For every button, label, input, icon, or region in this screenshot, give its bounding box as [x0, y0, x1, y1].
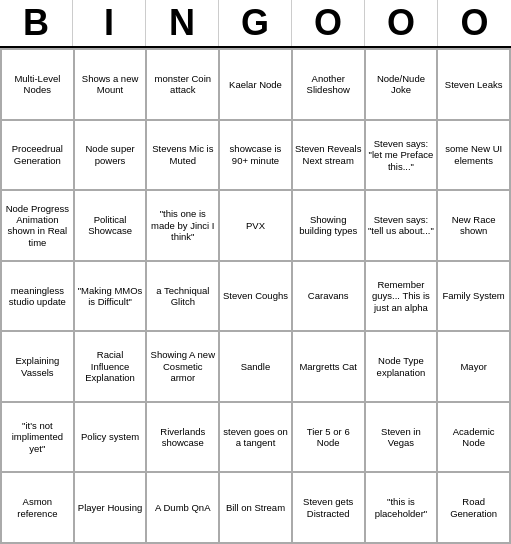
bingo-cell: Showing A new Cosmetic armor — [146, 331, 219, 402]
header-letter: N — [146, 0, 219, 46]
bingo-cell: Another Slideshow — [292, 49, 365, 120]
bingo-cell: Road Generation — [437, 472, 510, 543]
bingo-cell: Node Progress Animation shown in Real ti… — [1, 190, 74, 261]
bingo-cell: Political Showcase — [74, 190, 147, 261]
bingo-cell: Showing building types — [292, 190, 365, 261]
bingo-cell: Multi-Level Nodes — [1, 49, 74, 120]
bingo-cell: showcase is 90+ minute — [219, 120, 292, 191]
bingo-cell: Remember guys... This is just an alpha — [365, 261, 438, 332]
bingo-cell: monster Coin attack — [146, 49, 219, 120]
bingo-cell: Node Type explanation — [365, 331, 438, 402]
bingo-cell: Family System — [437, 261, 510, 332]
bingo-cell: Caravans — [292, 261, 365, 332]
bingo-cell: "this is placeholder" — [365, 472, 438, 543]
bingo-cell: Margretts Cat — [292, 331, 365, 402]
bingo-cell: New Race shown — [437, 190, 510, 261]
bingo-cell: Steven gets Distracted — [292, 472, 365, 543]
bingo-cell: Explaining Vassels — [1, 331, 74, 402]
header-letter: O — [292, 0, 365, 46]
bingo-cell: Node super powers — [74, 120, 147, 191]
header-letter: O — [438, 0, 511, 46]
bingo-cell: a Techniqual Glitch — [146, 261, 219, 332]
bingo-cell: Riverlands showcase — [146, 402, 219, 473]
bingo-cell: Academic Node — [437, 402, 510, 473]
bingo-cell: Player Housing — [74, 472, 147, 543]
bingo-cell: Tier 5 or 6 Node — [292, 402, 365, 473]
bingo-grid: Multi-Level NodesShows a new Mountmonste… — [0, 48, 511, 544]
bingo-cell: Policy system — [74, 402, 147, 473]
bingo-cell: Bill on Stream — [219, 472, 292, 543]
bingo-cell: some New UI elements — [437, 120, 510, 191]
bingo-cell: Stevens Mic is Muted — [146, 120, 219, 191]
bingo-cell: Racial Influence Explanation — [74, 331, 147, 402]
bingo-cell: Steven says: "tell us about..." — [365, 190, 438, 261]
bingo-cell: Steven Leaks — [437, 49, 510, 120]
bingo-cell: PVX — [219, 190, 292, 261]
bingo-cell: Kaelar Node — [219, 49, 292, 120]
bingo-cell: "Making MMOs is Difficult" — [74, 261, 147, 332]
bingo-cell: Steven Reveals Next stream — [292, 120, 365, 191]
bingo-cell: Steven Coughs — [219, 261, 292, 332]
bingo-cell: "this one is made by Jinci I think" — [146, 190, 219, 261]
bingo-cell: Node/Nude Joke — [365, 49, 438, 120]
header-letter: G — [219, 0, 292, 46]
bingo-cell: Sandle — [219, 331, 292, 402]
bingo-cell: meaningless studio update — [1, 261, 74, 332]
header-letter: O — [365, 0, 438, 46]
bingo-cell: Mayor — [437, 331, 510, 402]
bingo-cell: Steven in Vegas — [365, 402, 438, 473]
bingo-cell: Asmon reference — [1, 472, 74, 543]
bingo-cell: Proceedrual Generation — [1, 120, 74, 191]
bingo-cell: "it's not implimented yet" — [1, 402, 74, 473]
bingo-header: BINGOOO — [0, 0, 511, 48]
header-letter: B — [0, 0, 73, 46]
bingo-cell: Steven says: "let me Preface this..." — [365, 120, 438, 191]
header-letter: I — [73, 0, 146, 46]
bingo-cell: steven goes on a tangent — [219, 402, 292, 473]
bingo-cell: Shows a new Mount — [74, 49, 147, 120]
bingo-cell: A Dumb QnA — [146, 472, 219, 543]
